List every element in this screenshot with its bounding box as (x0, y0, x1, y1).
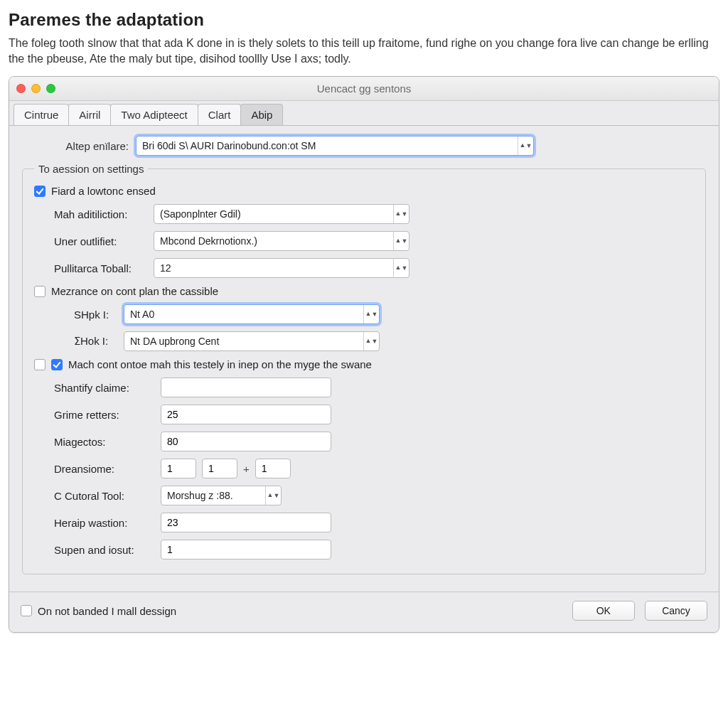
tab-pane: Altep enïlare: Bri 60di S\ AURI Darinobu… (9, 125, 719, 592)
mah-label: Mah aditiliction: (54, 208, 154, 220)
pull-value: 12 (160, 262, 171, 274)
fiard-checkbox[interactable] (34, 186, 46, 197)
shantify-input[interactable] (161, 378, 331, 397)
uner-label: Uner outlifiet: (54, 235, 154, 247)
miag-label: Miagectos: (54, 436, 161, 448)
mezrance-checkbox[interactable] (34, 286, 46, 297)
altep-value: Bri 60di S\ AURI Darinobund.con:ot SM (142, 140, 316, 151)
window-title: Uencact gg sentons (9, 82, 719, 95)
settings-group: To aession on settings Fiard a lowtonc e… (22, 163, 706, 574)
drean-a-input[interactable] (161, 459, 196, 478)
heraip-label: Heraip wastion: (54, 517, 161, 529)
ctool-combo[interactable]: Morshug z :88. (161, 486, 282, 505)
heraip-input[interactable] (161, 513, 331, 532)
drean-b-field[interactable] (208, 463, 231, 474)
shpk-value: Nt A0 (130, 309, 154, 320)
heraip-field[interactable] (167, 517, 325, 528)
mah-value: (Saponplnter Gdil) (160, 208, 241, 220)
footer-checkbox[interactable] (21, 605, 32, 616)
shok-value: Nt DA upbrong Cent (130, 336, 219, 347)
fiard-label: Fiard a lowtonc ensed (51, 185, 156, 197)
drean-label: Dreansiome: (54, 463, 161, 475)
tab-abip[interactable]: Abip (240, 104, 283, 125)
drean-b-input[interactable] (202, 459, 237, 478)
tab-cintrue[interactable]: Cintrue (14, 104, 69, 125)
chevron-updown-icon[interactable] (363, 305, 379, 323)
chevron-updown-icon[interactable] (393, 232, 409, 250)
ok-button[interactable]: OK (572, 601, 635, 621)
chevron-updown-icon[interactable] (393, 205, 409, 223)
group-title: To aession on settings (34, 163, 148, 175)
drean-c-input[interactable] (255, 459, 291, 478)
page-heading: Paremes the adaptation (9, 10, 719, 30)
shantify-field[interactable] (167, 382, 325, 393)
drean-c-field[interactable] (262, 463, 284, 474)
altep-label: Altep enïlare: (22, 140, 136, 152)
shpk-combo[interactable]: Nt A0 (124, 304, 380, 324)
mah-combo[interactable]: (Saponplnter Gdil) (154, 204, 410, 224)
footer-cb-label: On not banded I mall dessign (38, 605, 176, 617)
supen-input[interactable] (161, 540, 331, 560)
miag-input[interactable] (161, 432, 331, 451)
chevron-updown-icon[interactable] (518, 136, 533, 155)
mach-outer-checkbox[interactable] (34, 359, 46, 370)
shok-label: ƩHok I: (74, 335, 124, 348)
mach-label: Mach cont ontoe mah this testely in inep… (68, 358, 372, 370)
chevron-updown-icon[interactable] (363, 332, 379, 350)
page-intro: The foleg tooth slnow that that ada K do… (9, 36, 712, 66)
dialog-window: Uencact gg sentons Cintrue Airril Two Ad… (9, 76, 719, 633)
grime-label: Grime retters: (54, 409, 161, 421)
chevron-updown-icon[interactable] (393, 259, 409, 277)
tab-airril[interactable]: Airril (68, 104, 111, 125)
shantify-label: Shantify claime: (54, 382, 161, 394)
uner-combo[interactable]: Mbcond Dekrnotionx.) (154, 231, 410, 251)
tab-two-adipteect[interactable]: Two Adipteect (110, 104, 198, 125)
supen-label: Supen and iosut: (54, 544, 161, 556)
drean-a-field[interactable] (167, 463, 190, 474)
titlebar: Uencact gg sentons (9, 77, 719, 101)
grime-input[interactable] (161, 405, 331, 424)
pull-label: Pullitarca Toball: (54, 262, 154, 274)
grime-field[interactable] (167, 409, 325, 420)
pull-combo[interactable]: 12 (154, 258, 410, 278)
shok-combo[interactable]: Nt DA upbrong Cent (124, 331, 380, 351)
shpk-label: SHpk I: (74, 309, 124, 321)
miag-field[interactable] (167, 436, 325, 447)
ctool-label: C Cutoral Tool: (54, 490, 161, 502)
tabstrip: Cintrue Airril Two Adipteect Clart Abip (9, 101, 719, 125)
supen-field[interactable] (167, 544, 325, 555)
ctool-value: Morshug z :88. (167, 490, 233, 501)
mezrance-label: Mezrance on cont plan the cassible (51, 285, 218, 297)
drean-sep: + (237, 463, 255, 475)
mach-checkbox[interactable] (51, 359, 63, 370)
chevron-updown-icon[interactable] (265, 486, 281, 505)
tab-clart[interactable]: Clart (198, 104, 242, 125)
uner-value: Mbcond Dekrnotionx.) (160, 235, 257, 247)
dialog-footer: On not banded I mall dessign OK Cancy (9, 592, 719, 632)
altep-combo[interactable]: Bri 60di S\ AURI Darinobund.con:ot SM (136, 136, 534, 156)
cancel-button[interactable]: Cancy (645, 601, 707, 621)
